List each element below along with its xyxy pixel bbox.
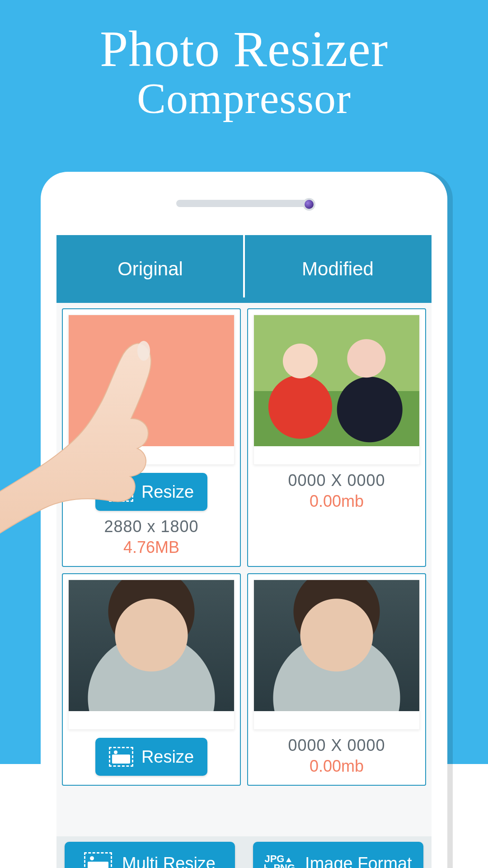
content-list: Resize 2880 x 1800 4.76MB 0000 X 0000 0.… [56, 303, 432, 791]
image-format-button[interactable]: JPG PNG Image Format [253, 842, 423, 868]
modified-dimensions: 0000 X 0000 [288, 471, 385, 490]
tab-original[interactable]: Original [56, 235, 244, 303]
modified-dimensions: 0000 X 0000 [288, 736, 385, 755]
thumbnail-frame[interactable] [253, 315, 420, 465]
modified-thumbnail [254, 315, 419, 446]
tab-divider [243, 233, 245, 297]
image-format-label: Image Format [305, 854, 412, 868]
tab-modified-label: Modified [302, 258, 374, 280]
polaroid-strip [254, 711, 419, 729]
phone-frame: Original Modified Resize [41, 172, 447, 868]
tab-bar: Original Modified [56, 235, 432, 303]
modified-card: 0000 X 0000 0.00mb [247, 308, 426, 567]
original-card: Resize 2880 x 1800 4.76MB [62, 308, 241, 567]
resize-icon [109, 747, 133, 767]
original-thumbnail [69, 315, 234, 446]
image-format-icon: JPG PNG [264, 854, 295, 868]
polaroid-strip [254, 446, 419, 464]
resize-button-label: Resize [141, 482, 194, 502]
image-row: Resize 0000 X 0000 0.00mb [62, 573, 426, 786]
camera-dot-icon [303, 198, 315, 211]
bottom-action-bar: Multi Resize JPG PNG Image Format [56, 836, 432, 868]
image-row: Resize 2880 x 1800 4.76MB 0000 X 0000 0.… [62, 308, 426, 567]
thumbnail-frame[interactable] [253, 580, 420, 730]
thumbnail-frame[interactable] [68, 315, 235, 465]
modified-card: 0000 X 0000 0.00mb [247, 573, 426, 786]
tab-original-label: Original [117, 258, 183, 280]
modified-filesize: 0.00mb [310, 492, 364, 511]
polaroid-strip [69, 711, 234, 729]
speaker-grille [176, 200, 312, 207]
thumbnail-frame[interactable] [68, 580, 235, 730]
original-dimensions: 2880 x 1800 [104, 517, 198, 536]
multi-resize-button[interactable]: Multi Resize [65, 842, 235, 868]
modified-thumbnail [254, 580, 419, 711]
multi-resize-label: Multi Resize [122, 854, 216, 868]
front-camera [303, 198, 315, 211]
phone-speaker-area [41, 172, 447, 235]
app-title: Photo Resizer [0, 23, 488, 76]
original-thumbnail [69, 580, 234, 711]
resize-icon [109, 482, 133, 502]
modified-filesize: 0.00mb [310, 757, 364, 776]
resize-button-label: Resize [141, 747, 194, 767]
polaroid-strip [69, 446, 234, 464]
resize-button[interactable]: Resize [95, 473, 207, 511]
original-card: Resize [62, 573, 241, 786]
tab-modified[interactable]: Modified [244, 235, 432, 303]
multi-resize-icon [84, 852, 112, 868]
resize-button[interactable]: Resize [95, 738, 207, 776]
app-screen: Original Modified Resize [56, 235, 432, 868]
original-filesize: 4.76MB [123, 538, 179, 557]
promo-header: Photo Resizer Compressor [0, 0, 488, 121]
app-subtitle: Compressor [0, 76, 488, 122]
